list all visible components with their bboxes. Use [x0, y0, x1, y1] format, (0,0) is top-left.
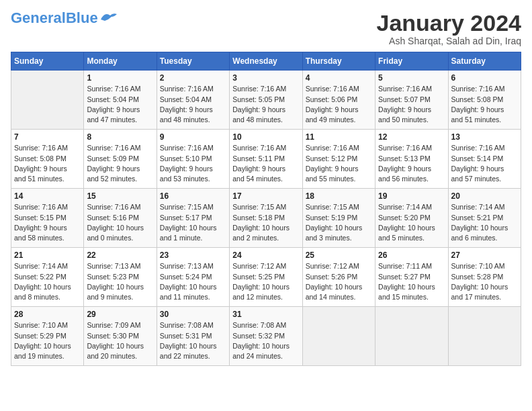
- day-info: Sunrise: 7:10 AM Sunset: 5:28 PM Dayligh…: [451, 261, 518, 302]
- day-number: 23: [160, 250, 226, 260]
- day-number: 5: [378, 73, 445, 83]
- table-row: 15Sunrise: 7:16 AM Sunset: 5:16 PM Dayli…: [84, 189, 157, 248]
- table-row: 12Sunrise: 7:16 AM Sunset: 5:13 PM Dayli…: [375, 130, 448, 189]
- location-title: Ash Sharqat, Salah ad Din, Iraq: [377, 36, 522, 46]
- day-number: 1: [87, 73, 153, 83]
- weekday-header: Sunday: [11, 52, 84, 71]
- day-number: 28: [14, 310, 81, 319]
- day-info: Sunrise: 7:16 AM Sunset: 5:16 PM Dayligh…: [87, 202, 153, 243]
- day-info: Sunrise: 7:10 AM Sunset: 5:29 PM Dayligh…: [14, 320, 81, 361]
- day-info: Sunrise: 7:16 AM Sunset: 5:15 PM Dayligh…: [14, 202, 81, 243]
- day-info: Sunrise: 7:15 AM Sunset: 5:19 PM Dayligh…: [306, 202, 372, 243]
- table-row: 30Sunrise: 7:08 AM Sunset: 5:31 PM Dayli…: [157, 307, 229, 366]
- day-info: Sunrise: 7:16 AM Sunset: 5:07 PM Dayligh…: [378, 84, 445, 125]
- day-info: Sunrise: 7:13 AM Sunset: 5:24 PM Dayligh…: [160, 261, 226, 302]
- day-info: Sunrise: 7:09 AM Sunset: 5:30 PM Dayligh…: [87, 320, 153, 361]
- day-number: 15: [87, 191, 153, 201]
- table-row: 19Sunrise: 7:14 AM Sunset: 5:20 PM Dayli…: [375, 189, 448, 248]
- calendar-body: 1Sunrise: 7:16 AM Sunset: 5:04 PM Daylig…: [11, 71, 521, 366]
- day-info: Sunrise: 7:16 AM Sunset: 5:09 PM Dayligh…: [87, 143, 153, 184]
- logo-blue: Blue: [66, 9, 98, 26]
- day-info: Sunrise: 7:16 AM Sunset: 5:06 PM Dayligh…: [306, 84, 372, 125]
- day-info: Sunrise: 7:16 AM Sunset: 5:11 PM Dayligh…: [232, 143, 299, 184]
- day-info: Sunrise: 7:15 AM Sunset: 5:17 PM Dayligh…: [160, 202, 226, 243]
- day-number: 22: [87, 250, 153, 260]
- day-info: Sunrise: 7:16 AM Sunset: 5:05 PM Dayligh…: [232, 84, 299, 125]
- table-row: 24Sunrise: 7:12 AM Sunset: 5:25 PM Dayli…: [230, 248, 302, 307]
- day-info: Sunrise: 7:12 AM Sunset: 5:25 PM Dayligh…: [232, 261, 299, 302]
- calendar-week-row: 14Sunrise: 7:16 AM Sunset: 5:15 PM Dayli…: [11, 189, 521, 248]
- day-number: 18: [306, 191, 372, 201]
- day-number: 10: [232, 132, 299, 142]
- day-number: 26: [378, 250, 445, 260]
- calendar-week-row: 21Sunrise: 7:14 AM Sunset: 5:22 PM Dayli…: [11, 248, 521, 307]
- day-number: 6: [451, 73, 518, 83]
- day-number: 25: [306, 250, 372, 260]
- table-row: 18Sunrise: 7:15 AM Sunset: 5:19 PM Dayli…: [302, 189, 375, 248]
- day-info: Sunrise: 7:16 AM Sunset: 5:10 PM Dayligh…: [160, 143, 226, 184]
- table-row: 29Sunrise: 7:09 AM Sunset: 5:30 PM Dayli…: [84, 307, 157, 366]
- table-row: 27Sunrise: 7:10 AM Sunset: 5:28 PM Dayli…: [448, 248, 521, 307]
- day-number: 13: [451, 132, 518, 142]
- day-number: 31: [232, 310, 299, 319]
- day-info: Sunrise: 7:14 AM Sunset: 5:21 PM Dayligh…: [451, 202, 518, 243]
- day-number: 11: [306, 132, 372, 142]
- day-info: Sunrise: 7:08 AM Sunset: 5:31 PM Dayligh…: [160, 320, 226, 361]
- day-number: 21: [14, 250, 81, 260]
- day-number: 19: [378, 191, 445, 201]
- table-row: 6Sunrise: 7:16 AM Sunset: 5:08 PM Daylig…: [448, 71, 521, 130]
- calendar-week-row: 28Sunrise: 7:10 AM Sunset: 5:29 PM Dayli…: [11, 307, 521, 366]
- table-row: 7Sunrise: 7:16 AM Sunset: 5:08 PM Daylig…: [11, 130, 84, 189]
- calendar-table: SundayMondayTuesdayWednesdayThursdayFrid…: [11, 52, 521, 366]
- weekday-row: SundayMondayTuesdayWednesdayThursdayFrid…: [11, 52, 521, 71]
- table-row: 11Sunrise: 7:16 AM Sunset: 5:12 PM Dayli…: [302, 130, 375, 189]
- weekday-header: Thursday: [302, 52, 375, 71]
- table-row: 16Sunrise: 7:15 AM Sunset: 5:17 PM Dayli…: [157, 189, 229, 248]
- day-info: Sunrise: 7:16 AM Sunset: 5:08 PM Dayligh…: [14, 143, 81, 184]
- weekday-header: Saturday: [448, 52, 521, 71]
- table-row: 4Sunrise: 7:16 AM Sunset: 5:06 PM Daylig…: [302, 71, 375, 130]
- table-row: 23Sunrise: 7:13 AM Sunset: 5:24 PM Dayli…: [157, 248, 229, 307]
- calendar-header: SundayMondayTuesdayWednesdayThursdayFrid…: [11, 52, 521, 71]
- day-number: 14: [14, 191, 81, 201]
- table-row: 2Sunrise: 7:16 AM Sunset: 5:04 AM Daylig…: [157, 71, 229, 130]
- day-info: Sunrise: 7:16 AM Sunset: 5:13 PM Dayligh…: [378, 143, 445, 184]
- day-info: Sunrise: 7:16 AM Sunset: 5:14 PM Dayligh…: [451, 143, 518, 184]
- table-row: 21Sunrise: 7:14 AM Sunset: 5:22 PM Dayli…: [11, 248, 84, 307]
- day-info: Sunrise: 7:15 AM Sunset: 5:18 PM Dayligh…: [232, 202, 299, 243]
- day-number: 2: [160, 73, 226, 83]
- logo-bird-icon: [99, 10, 118, 24]
- table-row: [11, 71, 84, 130]
- table-row: 25Sunrise: 7:12 AM Sunset: 5:26 PM Dayli…: [302, 248, 375, 307]
- day-number: 24: [232, 250, 299, 260]
- logo-general: General: [11, 9, 66, 26]
- table-row: 10Sunrise: 7:16 AM Sunset: 5:11 PM Dayli…: [230, 130, 302, 189]
- table-row: 5Sunrise: 7:16 AM Sunset: 5:07 PM Daylig…: [375, 71, 448, 130]
- logo-text: GeneralBlue: [11, 11, 98, 26]
- day-info: Sunrise: 7:16 AM Sunset: 5:12 PM Dayligh…: [306, 143, 372, 184]
- day-number: 12: [378, 132, 445, 142]
- table-row: 17Sunrise: 7:15 AM Sunset: 5:18 PM Dayli…: [230, 189, 302, 248]
- table-row: 13Sunrise: 7:16 AM Sunset: 5:14 PM Dayli…: [448, 130, 521, 189]
- day-info: Sunrise: 7:16 AM Sunset: 5:08 PM Dayligh…: [451, 84, 518, 125]
- table-row: 22Sunrise: 7:13 AM Sunset: 5:23 PM Dayli…: [84, 248, 157, 307]
- calendar-week-row: 7Sunrise: 7:16 AM Sunset: 5:08 PM Daylig…: [11, 130, 521, 189]
- day-number: 29: [87, 310, 153, 319]
- calendar-week-row: 1Sunrise: 7:16 AM Sunset: 5:04 PM Daylig…: [11, 71, 521, 130]
- day-info: Sunrise: 7:08 AM Sunset: 5:32 PM Dayligh…: [232, 320, 299, 361]
- day-info: Sunrise: 7:16 AM Sunset: 5:04 AM Dayligh…: [160, 84, 226, 125]
- day-info: Sunrise: 7:14 AM Sunset: 5:22 PM Dayligh…: [14, 261, 81, 302]
- day-number: 20: [451, 191, 518, 201]
- day-info: Sunrise: 7:14 AM Sunset: 5:20 PM Dayligh…: [378, 202, 445, 243]
- table-row: 3Sunrise: 7:16 AM Sunset: 5:05 PM Daylig…: [230, 71, 302, 130]
- weekday-header: Friday: [375, 52, 448, 71]
- table-row: 1Sunrise: 7:16 AM Sunset: 5:04 PM Daylig…: [84, 71, 157, 130]
- day-number: 17: [232, 191, 299, 201]
- day-number: 16: [160, 191, 226, 201]
- page-header: GeneralBlue January 2024 Ash Sharqat, Sa…: [11, 11, 521, 46]
- table-row: 26Sunrise: 7:11 AM Sunset: 5:27 PM Dayli…: [375, 248, 448, 307]
- day-number: 3: [232, 73, 299, 83]
- day-info: Sunrise: 7:16 AM Sunset: 5:04 PM Dayligh…: [87, 84, 153, 125]
- day-number: 27: [451, 250, 518, 260]
- table-row: 20Sunrise: 7:14 AM Sunset: 5:21 PM Dayli…: [448, 189, 521, 248]
